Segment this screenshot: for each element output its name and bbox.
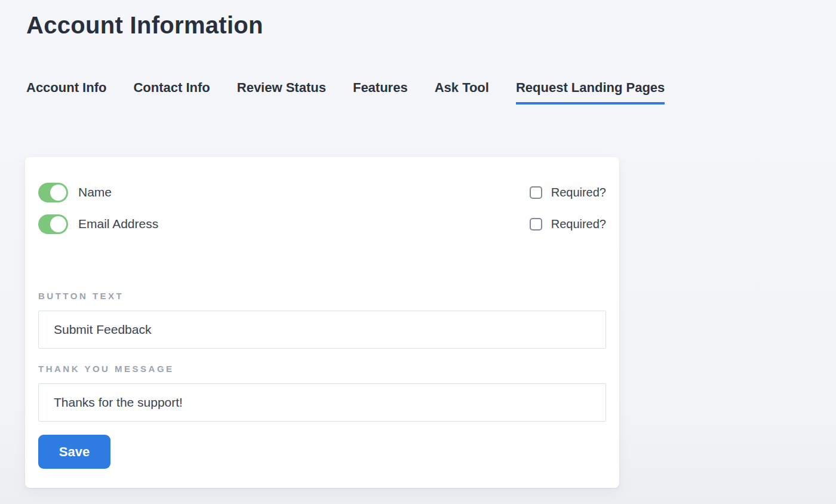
email-required-group: Required?	[530, 217, 606, 231]
email-required-label: Required?	[551, 217, 606, 231]
landing-page-settings-card: Name Required? Email Address Required? B…	[25, 157, 619, 488]
account-information-page: Account Information Account Info Contact…	[0, 11, 836, 488]
email-field-row: Email Address Required?	[38, 214, 606, 234]
tab-bar: Account Info Contact Info Review Status …	[26, 80, 836, 105]
name-required-group: Required?	[530, 186, 606, 199]
tab-contact-info[interactable]: Contact Info	[133, 80, 210, 105]
thank-you-message-input[interactable]	[38, 383, 606, 422]
toggle-knob	[50, 216, 66, 232]
email-field-label: Email Address	[78, 217, 158, 231]
tab-features[interactable]: Features	[353, 80, 408, 105]
button-text-input[interactable]	[38, 311, 606, 349]
tab-account-info[interactable]: Account Info	[26, 80, 106, 105]
tab-review-status[interactable]: Review Status	[237, 80, 326, 105]
tab-request-landing-pages[interactable]: Request Landing Pages	[516, 80, 665, 105]
save-button[interactable]: Save	[38, 435, 110, 469]
name-required-label: Required?	[551, 186, 606, 199]
page-title: Account Information	[26, 11, 836, 39]
email-address-toggle[interactable]	[38, 214, 68, 234]
thank-you-message-label: THANK YOU MESSAGE	[38, 364, 606, 373]
tab-ask-tool[interactable]: Ask Tool	[435, 80, 489, 105]
name-toggle[interactable]	[38, 183, 68, 202]
name-field-row: Name Required?	[38, 182, 606, 202]
button-text-label: BUTTON TEXT	[38, 291, 606, 300]
name-field-label: Name	[78, 185, 112, 199]
email-required-checkbox[interactable]	[530, 218, 542, 231]
section-spacer	[38, 245, 606, 291]
name-required-checkbox[interactable]	[530, 186, 542, 199]
toggle-knob	[50, 185, 66, 201]
